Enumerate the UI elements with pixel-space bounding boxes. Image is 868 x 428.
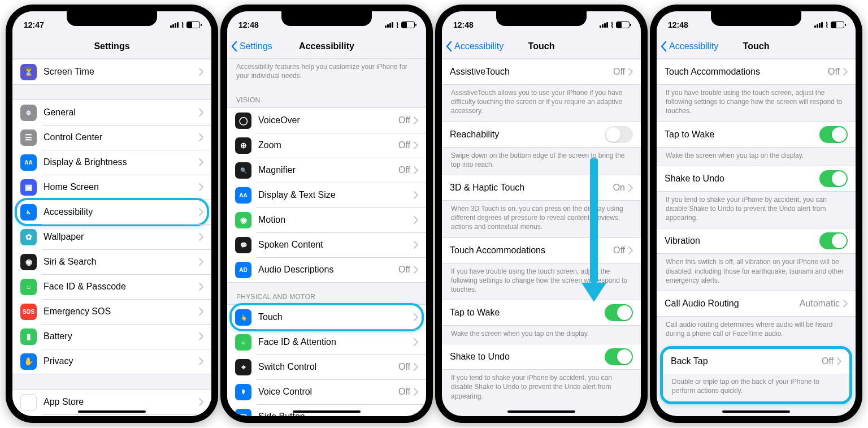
content-scroll[interactable]: Accessibility features help you customiz… <box>227 59 426 416</box>
row-label: Motion <box>258 215 414 225</box>
toggle-switch[interactable] <box>605 126 633 143</box>
section-footer: If you tend to shake your iPhone by acci… <box>442 370 641 407</box>
row-value: Off <box>398 140 410 150</box>
toggle-switch[interactable] <box>605 348 633 365</box>
row-label: Touch <box>258 312 414 322</box>
row-value: Automatic <box>800 299 840 309</box>
settings-row[interactable]: ⊕ZoomOff <box>227 133 426 158</box>
row-label: Display & Brightness <box>44 157 199 167</box>
home-indicator[interactable] <box>722 410 790 413</box>
settings-row[interactable]: 3D & Haptic TouchOn <box>442 175 641 200</box>
settings-row[interactable]: ⏳Screen Time <box>12 59 211 84</box>
chevron-right-icon <box>414 266 418 274</box>
back-button[interactable]: Accessibility <box>660 41 718 52</box>
signal-icon <box>600 22 608 28</box>
settings-row[interactable]: ⚙︎General <box>12 100 211 125</box>
settings-list: Shake to Undo <box>442 344 641 370</box>
row-value: Off <box>398 265 410 275</box>
settings-row[interactable]: ⌖Switch ControlOff <box>227 354 426 379</box>
settings-list: Tap to Wake <box>657 122 856 148</box>
settings-row[interactable]: ♿︎Accessibility <box>12 200 211 224</box>
toggle-switch[interactable] <box>819 232 848 249</box>
chevron-right-icon <box>843 68 848 76</box>
content-scroll[interactable]: ⏳Screen Time⚙︎General☰Control CenterAADi… <box>12 59 211 416</box>
settings-row[interactable]: Tap to Wake <box>442 300 641 325</box>
settings-row[interactable]: ◉Motion <box>227 207 426 232</box>
settings-row[interactable]: ADAudio DescriptionsOff <box>227 257 426 282</box>
row-value: Off <box>613 67 625 77</box>
notch <box>496 11 587 26</box>
wifi-icon: ⌇ <box>610 21 614 29</box>
row-label: Back Tap <box>671 356 822 366</box>
settings-row[interactable]: 🔍MagnifierOff <box>227 158 426 183</box>
settings-list: Touch AccommodationsOff <box>657 59 856 85</box>
status-time: 12:48 <box>238 20 259 29</box>
content-scroll[interactable]: Touch AccommodationsOffIf you have troub… <box>657 59 856 416</box>
zoom-icon: ⊕ <box>235 137 251 154</box>
chevron-right-icon <box>837 357 841 365</box>
row-label: Battery <box>44 331 199 341</box>
home-indicator[interactable] <box>507 410 575 413</box>
chevron-right-icon <box>414 413 418 416</box>
nav-title: Settings <box>94 41 129 51</box>
settings-list: 3D & Haptic TouchOn <box>442 175 641 201</box>
section-footer: Wake the screen when you tap on the disp… <box>657 148 856 166</box>
row-value: Off <box>398 387 410 397</box>
row-value: Off <box>398 362 410 372</box>
row-label: Face ID & Attention <box>258 337 414 347</box>
settings-row[interactable]: AssistiveTouchOff <box>442 59 641 84</box>
settings-list: ◯VoiceOverOff⊕ZoomOff🔍MagnifierOffAADisp… <box>227 107 426 283</box>
home-indicator[interactable] <box>78 410 146 413</box>
settings-row[interactable]: ☺︎Face ID & Passcode <box>12 274 211 299</box>
settings-row[interactable]: AADisplay & Brightness <box>12 150 211 175</box>
side-icon: ▢ <box>235 409 251 416</box>
speech-icon: 💬 <box>235 237 251 253</box>
settings-row[interactable]: 💳Wallet & Apple Pay <box>12 414 211 416</box>
row-label: Face ID & Passcode <box>44 282 199 292</box>
toggle-switch[interactable] <box>605 304 633 321</box>
settings-row[interactable]: 💬Spoken Content <box>227 232 426 257</box>
settings-row[interactable]: 👆Touch <box>227 305 426 330</box>
settings-row[interactable]: Call Audio RoutingAutomatic <box>657 291 856 316</box>
settings-row[interactable]: AADisplay & Text Size <box>227 183 426 207</box>
settings-row[interactable]: ✿Wallpaper <box>12 224 211 249</box>
settings-row[interactable]: ✋Privacy <box>12 349 211 374</box>
chevron-right-icon <box>199 233 203 241</box>
settings-row[interactable]: ☰Control Center <box>12 125 211 150</box>
settings-row[interactable]: Tap to Wake <box>657 122 856 147</box>
row-label: Audio Descriptions <box>258 265 398 275</box>
toggle-switch[interactable] <box>819 170 848 187</box>
notch <box>711 11 801 26</box>
row-value: Off <box>822 356 834 366</box>
settings-row[interactable]: Touch AccommodationsOff <box>657 59 856 84</box>
settings-list: 👆Touch☺︎Face ID & Attention⌖Switch Contr… <box>227 304 426 416</box>
settings-list: Vibration <box>657 228 856 254</box>
row-label: Switch Control <box>258 362 398 372</box>
settings-row[interactable]: Reachability <box>442 122 641 147</box>
settings-row[interactable]: Shake to Undo <box>657 166 856 191</box>
nav-title: Touch <box>528 41 555 51</box>
settings-row[interactable]: ▦Home Screen <box>12 175 211 200</box>
settings-row[interactable]: Shake to Undo <box>442 344 641 369</box>
settings-row[interactable]: ▮Battery <box>12 324 211 349</box>
row-label: 3D & Haptic Touch <box>450 183 613 193</box>
settings-row[interactable]: Vibration <box>657 228 856 253</box>
wifi-icon: ⌇ <box>181 21 184 29</box>
chevron-right-icon <box>414 116 418 124</box>
signal-icon <box>385 22 393 28</box>
home-indicator[interactable] <box>293 410 361 413</box>
settings-row[interactable]: ◯VoiceOverOff <box>227 108 426 133</box>
back-button[interactable]: Accessibility <box>445 41 504 52</box>
chevron-right-icon <box>199 357 203 365</box>
back-button[interactable]: Settings <box>231 41 272 52</box>
content-scroll[interactable]: AssistiveTouchOffAssistiveTouch allows y… <box>442 59 641 416</box>
settings-row[interactable]: ☺︎Face ID & Attention <box>227 330 426 354</box>
sos-icon: SOS <box>20 304 37 320</box>
settings-row[interactable]: Touch AccommodationsOff <box>442 238 641 263</box>
settings-row[interactable]: ◉Siri & Search <box>12 249 211 274</box>
settings-row[interactable]: Back TapOff <box>663 349 849 374</box>
settings-row[interactable]: 🎙Voice ControlOff <box>227 379 426 404</box>
settings-row[interactable]: SOSEmergency SOS <box>12 299 211 324</box>
row-label: Reachability <box>450 129 605 140</box>
toggle-switch[interactable] <box>819 126 848 143</box>
